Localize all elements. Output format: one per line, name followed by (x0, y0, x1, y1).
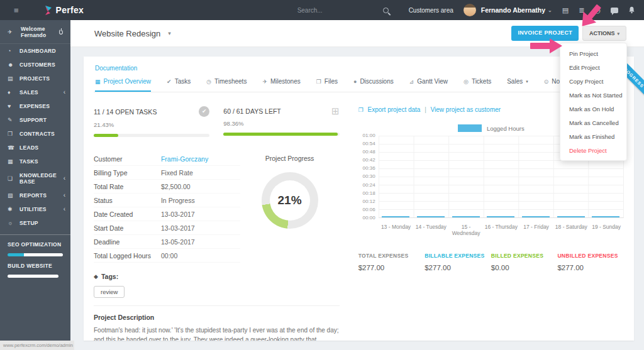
x-axis-label: 18 - Saturday (553, 224, 589, 236)
expense-value: $277.00 (358, 264, 425, 271)
expense-value: $277.00 (557, 264, 624, 271)
chevron-left-icon: ‹ (64, 176, 65, 181)
sidebar-item-label: SETUP (19, 220, 38, 226)
menu-item-edit-project[interactable]: Edit Project (560, 60, 626, 74)
chevron-left-icon: ‹ (64, 207, 65, 212)
menu-item-copy-project[interactable]: Copy Project (560, 74, 626, 88)
sidebar-item-label: TASKS (19, 158, 38, 165)
sidebar-item-leads[interactable]: ☎LEADS (0, 141, 70, 155)
search-input[interactable] (297, 7, 373, 14)
sidebar-item-reports[interactable]: ▧REPORTS‹ (0, 189, 70, 202)
clock-icon: ◷ (206, 79, 211, 85)
sidebar-item-support[interactable]: ✎SUPPORT (0, 113, 70, 127)
project-progress-widget: Project Progress 21% (240, 152, 340, 263)
sidebar-item-seo-optimization[interactable]: SEO OPTIMIZATION (0, 235, 70, 256)
detail-row-status: StatusIn Progress (94, 194, 240, 207)
tab-sales[interactable]: Sales▾ (507, 78, 528, 92)
x-axis-label: 17 - Friday (519, 224, 554, 236)
reports-icon: ▧ (8, 192, 17, 199)
menu-item-pin-project[interactable]: Pin Project (560, 46, 626, 60)
chart-x-axis: 13 - Monday14 - Tuesday15 - Wednesday16 … (379, 224, 624, 236)
days-left-progress-fill (223, 133, 337, 136)
sidebar-item-utilities[interactable]: ✱UTILITIES‹ (0, 202, 70, 216)
menu-item-mark-as-on-hold[interactable]: Mark as On Hold (560, 102, 626, 116)
sidebar-item-sales[interactable]: ♦SALES‹ (0, 85, 70, 99)
menu-toggle-icon[interactable]: ≡ (14, 6, 19, 15)
view-project-as-customer-link[interactable]: View project as customer (431, 106, 501, 113)
gantt-chart-icon: ⊿ (409, 79, 414, 85)
chat-icon[interactable] (611, 8, 618, 13)
bar-logged-hours (452, 216, 480, 217)
y-axis-tick: 00:00 (358, 216, 379, 221)
tag-chip-review[interactable]: review (94, 286, 125, 298)
app-logo[interactable]: Perfex (44, 5, 84, 15)
invoice-project-button[interactable]: INVOICE PROJECT (511, 26, 579, 41)
tab-gantt-view[interactable]: ⊿Gantt View (409, 78, 448, 92)
y-axis-tick: 00:12 (358, 199, 379, 204)
sidebar-item-label: DASHBOARD (19, 48, 56, 54)
newsfeed-icon[interactable]: ▤ (562, 7, 569, 14)
project-progress-title: Project Progress (265, 155, 314, 162)
perfex-logo-icon (44, 6, 52, 15)
logo-text: Perfex (56, 5, 84, 15)
browser-status-url: www.perfexcrm.com/demo/admin (0, 341, 74, 350)
days-left-progress-track (223, 133, 339, 136)
timers-clock-icon[interactable]: ◷ (594, 7, 601, 14)
export-project-data-link[interactable]: Export project data (367, 106, 420, 113)
seo-optimization-label: SEO OPTIMIZATION (8, 241, 63, 248)
sidebar-item-projects[interactable]: ▤PROJECTS (0, 72, 70, 85)
tab-files[interactable]: ❐Files (316, 78, 338, 92)
tab-project-overview[interactable]: ▦Project Overview (95, 78, 151, 92)
sidebar-item-dashboard[interactable]: ◔DASHBOARD (0, 44, 70, 58)
search-icon[interactable] (383, 8, 389, 13)
expense-value: $0.00 (491, 264, 558, 271)
documentation-link[interactable]: Documentation (95, 65, 137, 72)
detail-row-total-logged-hours: Total Logged Hours00:00 (94, 249, 240, 263)
expense-total-expenses: TOTAL EXPENSES$277.00 (358, 253, 425, 271)
sidebar-item-knowledge-base[interactable]: ❏KNOWLEDGE BASE‹ (0, 168, 70, 189)
menu-item-mark-as-not-started[interactable]: Mark as Not Started (560, 88, 626, 102)
expense-billed-expenses: BILLED EXPENSES$0.00 (491, 253, 558, 271)
detail-value: 00:00 (161, 252, 177, 260)
todo-list-icon[interactable]: ≣ (579, 7, 584, 14)
sidebar-item-customers[interactable]: ☻CUSTOMERS (0, 58, 70, 72)
detail-value: 13-05-2017 (161, 238, 195, 246)
user-avatar[interactable] (464, 4, 476, 16)
detail-value[interactable]: Frami-Gorczany (161, 155, 208, 163)
sidebar-item-expenses[interactable]: ♥EXPENSES (0, 99, 70, 113)
customers-area-link[interactable]: Customers area (409, 7, 453, 14)
page-title: Website Redesign (94, 29, 160, 38)
detail-value: 13-03-2017 (161, 224, 195, 232)
logout-power-icon[interactable] (59, 30, 63, 35)
actions-button[interactable]: ACTIONS▾ (582, 26, 626, 41)
sidebar-item-tasks[interactable]: ▦TASKS (0, 155, 70, 168)
tab-label: Project Overview (104, 78, 152, 85)
menu-item-mark-as-finished[interactable]: Mark as Finished (560, 129, 626, 143)
sidebar-item-welcome[interactable]: ✈ Welcome Fernando (0, 20, 70, 44)
legend-label: Logged Hours (487, 125, 525, 132)
chat-icon: ● (353, 79, 357, 85)
menu-item-delete-project[interactable]: Delete Project (560, 143, 626, 157)
tab-timesheets[interactable]: ◷Timesheets (206, 78, 247, 92)
sidebar-item-setup[interactable]: ☼SETUP (0, 216, 70, 230)
tab-label: Timesheets (214, 78, 247, 85)
sidebar-item-label: REPORTS (19, 192, 47, 199)
user-menu[interactable]: Fernando Abernathy ⌄ (481, 6, 552, 14)
tags-label: Tags: (101, 273, 118, 280)
y-axis-tick: 00:36 (358, 166, 379, 171)
sidebar-item-contracts[interactable]: ❐CONTRACTS (0, 127, 70, 141)
page-titlebar: Website Redesign ▾ INVOICE PROJECT ACTIO… (70, 20, 644, 47)
sidebar-item-build-website[interactable]: BUILD WEBSITE (0, 256, 70, 278)
notifications-bell-icon[interactable] (628, 6, 635, 14)
title-caret-icon[interactable]: ▾ (168, 30, 171, 36)
x-axis-label: 16 - Thursday (484, 224, 519, 236)
export-file-icon: ❐ (358, 107, 364, 113)
menu-item-mark-as-cancelled[interactable]: Mark as Cancelled (560, 116, 626, 129)
sidebar-item-label: KNOWLEDGE BASE (19, 172, 64, 185)
tab-tasks[interactable]: ✔Tasks (167, 78, 191, 92)
tab-milestones[interactable]: ✈Milestones (262, 78, 300, 92)
tab-discussions[interactable]: ●Discussions (353, 78, 394, 92)
detail-value: 13-03-2017 (161, 211, 195, 218)
sidebar-item-label: SALES (19, 89, 38, 96)
tab-tickets[interactable]: ◎Tickets (464, 78, 491, 92)
